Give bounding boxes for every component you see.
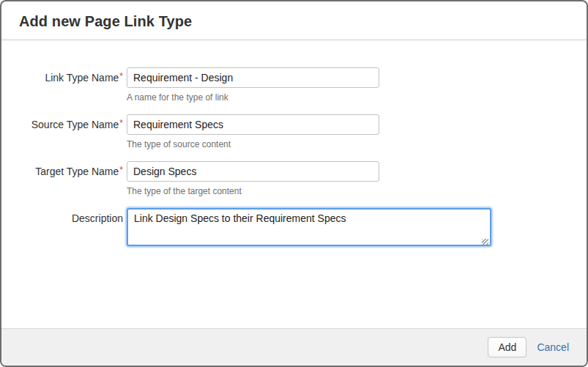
form-row-link-type-name: Link Type Name* A name for the type of l… <box>19 67 569 103</box>
source-type-name-help: The type of source content <box>127 139 379 149</box>
link-type-name-label: Link Type Name* <box>19 67 123 84</box>
dialog-form: Link Type Name* A name for the type of l… <box>1 40 587 328</box>
source-type-name-label-text: Source Type Name <box>31 119 119 130</box>
target-type-name-input[interactable] <box>127 161 379 182</box>
description-field-col: Link Design Specs to their Requirement S… <box>127 208 491 249</box>
required-asterisk: * <box>119 165 123 175</box>
target-type-name-label-text: Target Type Name <box>35 166 119 177</box>
dialog-header: Add new Page Link Type <box>1 1 587 40</box>
link-type-name-field-col: A name for the type of link <box>127 67 379 103</box>
add-page-link-type-dialog: Add new Page Link Type Link Type Name* A… <box>0 0 588 367</box>
form-row-target-type-name: Target Type Name* The type of the target… <box>19 161 569 196</box>
link-type-name-help: A name for the type of link <box>127 92 379 103</box>
dialog-footer: Add Cancel <box>1 328 587 366</box>
target-type-name-label: Target Type Name* <box>19 161 123 177</box>
source-type-name-label: Source Type Name* <box>19 114 123 130</box>
link-type-name-label-text: Link Type Name <box>45 72 119 84</box>
required-asterisk: * <box>119 71 123 81</box>
target-type-name-field-col: The type of the target content <box>127 161 379 196</box>
description-textarea[interactable]: Link Design Specs to their Requirement S… <box>127 208 491 246</box>
source-type-name-field-col: The type of source content <box>127 114 379 149</box>
link-type-name-input[interactable] <box>127 67 379 88</box>
form-row-source-type-name: Source Type Name* The type of source con… <box>19 114 569 149</box>
description-textarea-wrap: Link Design Specs to their Requirement S… <box>127 208 491 249</box>
target-type-name-help: The type of the target content <box>127 186 379 196</box>
form-row-description: Description Link Design Specs to their R… <box>19 208 569 249</box>
source-type-name-input[interactable] <box>127 114 379 135</box>
description-label: Description <box>19 208 123 224</box>
description-label-text: Description <box>72 212 123 224</box>
dialog-title: Add new Page Link Type <box>19 13 569 30</box>
cancel-link[interactable]: Cancel <box>537 341 569 353</box>
required-asterisk: * <box>119 118 123 128</box>
add-button[interactable]: Add <box>488 337 526 357</box>
